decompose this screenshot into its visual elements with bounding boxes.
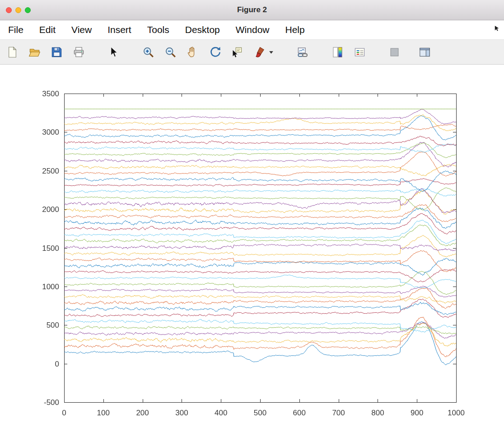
menubar: File Edit View Insert Tools Desktop Wind… <box>0 20 504 40</box>
titlebar[interactable]: Figure 2 <box>0 0 504 20</box>
figure-area <box>0 65 504 442</box>
link-plot-icon[interactable] <box>295 44 310 60</box>
print-icon[interactable] <box>71 44 86 60</box>
figure-toolbar <box>0 40 504 65</box>
figure-window: Figure 2 File Edit View Insert Tools Des… <box>0 0 504 442</box>
show-plot-tools-icon[interactable] <box>417 44 432 60</box>
legend-icon[interactable] <box>352 44 367 60</box>
save-icon[interactable] <box>49 44 64 60</box>
axes-plot-canvas[interactable] <box>0 65 504 442</box>
zoom-in-icon[interactable] <box>140 44 156 60</box>
menu-item-desktop[interactable]: Desktop <box>185 24 220 35</box>
zoom-button[interactable] <box>25 7 31 13</box>
minimize-button[interactable] <box>15 7 21 13</box>
traffic-lights <box>6 0 31 20</box>
menu-item-file[interactable]: File <box>8 24 23 35</box>
new-file-icon[interactable] <box>5 44 20 60</box>
menu-item-tools[interactable]: Tools <box>147 24 169 35</box>
open-file-icon[interactable] <box>27 44 42 60</box>
menu-item-insert[interactable]: Insert <box>107 24 131 35</box>
zoom-out-icon[interactable] <box>163 44 178 60</box>
data-cursor-icon[interactable] <box>229 44 244 60</box>
menu-item-edit[interactable]: Edit <box>39 24 56 35</box>
menu-item-window[interactable]: Window <box>236 24 270 35</box>
hide-plot-tools-icon[interactable] <box>387 44 402 60</box>
window-title: Figure 2 <box>0 5 504 14</box>
brush-icon[interactable] <box>251 44 266 60</box>
menu-item-help[interactable]: Help <box>285 24 304 35</box>
menu-item-view[interactable]: View <box>71 24 92 35</box>
mouse-cursor-icon <box>494 25 500 33</box>
rotate-3d-icon[interactable] <box>207 44 222 60</box>
pointer-icon[interactable] <box>106 44 121 60</box>
colorbar-icon[interactable] <box>330 44 345 60</box>
close-button[interactable] <box>6 7 12 13</box>
pan-hand-icon[interactable] <box>185 44 200 60</box>
brush-dropdown-icon[interactable] <box>268 44 274 60</box>
